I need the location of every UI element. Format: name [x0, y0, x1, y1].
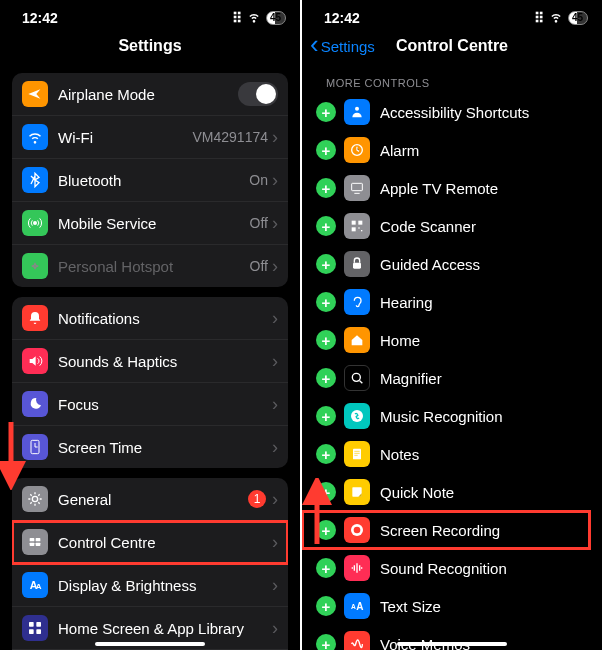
settings-group-connectivity: Airplane ModeWi-FiVM4291174›BluetoothOn›…	[12, 73, 288, 287]
settings-row-focus[interactable]: Focus›	[12, 383, 288, 426]
control-row-shazam[interactable]: +Music Recognition	[302, 397, 590, 435]
status-indicators: ⠿ 45	[232, 8, 286, 27]
row-label: Display & Brightness	[58, 577, 272, 594]
add-button[interactable]: +	[316, 292, 336, 312]
control-label: Notes	[380, 446, 580, 463]
lock-icon	[344, 251, 370, 277]
sounds-icon	[22, 348, 48, 374]
row-label: General	[58, 491, 248, 508]
toggle-switch[interactable]	[238, 82, 278, 106]
settings-row-mobile[interactable]: Mobile ServiceOff›	[12, 202, 288, 245]
svg-point-2	[32, 496, 37, 501]
settings-row-screent[interactable]: Screen Time›	[12, 426, 288, 468]
home-indicator	[397, 642, 507, 646]
add-button[interactable]: +	[316, 330, 336, 350]
chevron-right-icon: ›	[272, 171, 278, 189]
status-time: 12:42	[22, 10, 58, 26]
add-button[interactable]: +	[316, 102, 336, 122]
control-row-ear[interactable]: +Hearing	[302, 283, 590, 321]
shazam-icon	[344, 403, 370, 429]
control-row-text[interactable]: +AAText Size	[302, 587, 590, 625]
settings-row-airplane[interactable]: Airplane Mode	[12, 73, 288, 116]
control-row-wave[interactable]: +Sound Recognition	[302, 549, 590, 587]
row-value: Off	[250, 258, 268, 274]
chevron-right-icon: ›	[272, 214, 278, 232]
svg-rect-12	[36, 629, 41, 634]
chevron-right-icon: ›	[272, 490, 278, 508]
control-row-mag[interactable]: +Magnifier	[302, 359, 590, 397]
cc-icon	[22, 529, 48, 555]
tv-icon	[344, 175, 370, 201]
voice-icon	[344, 631, 370, 650]
add-button[interactable]: +	[316, 178, 336, 198]
settings-row-bt[interactable]: BluetoothOn›	[12, 159, 288, 202]
control-label: Quick Note	[380, 484, 580, 501]
wifi-icon	[22, 124, 48, 150]
add-button[interactable]: +	[316, 254, 336, 274]
add-button[interactable]: +	[316, 444, 336, 464]
add-button[interactable]: +	[316, 520, 336, 540]
chevron-right-icon: ›	[272, 395, 278, 413]
add-button[interactable]: +	[316, 596, 336, 616]
control-row-person[interactable]: +Accessibility Shortcuts	[302, 93, 590, 131]
chevron-right-icon: ›	[272, 309, 278, 327]
add-button[interactable]: +	[316, 558, 336, 578]
row-label: Airplane Mode	[58, 86, 238, 103]
svg-rect-18	[352, 221, 356, 225]
text-icon: AA	[344, 593, 370, 619]
add-button[interactable]: +	[316, 140, 336, 160]
settings-row-hotspot[interactable]: Personal HotspotOff›	[12, 245, 288, 287]
nav-bar: Settings Control Centre	[302, 29, 602, 63]
clock-icon	[344, 137, 370, 163]
settings-row-general[interactable]: General1›	[12, 478, 288, 521]
svg-point-15	[355, 107, 359, 111]
settings-row-display[interactable]: AADisplay & Brightness›	[12, 564, 288, 607]
airplane-icon	[22, 81, 48, 107]
add-button[interactable]: +	[316, 482, 336, 502]
control-row-tv[interactable]: +Apple TV Remote	[302, 169, 590, 207]
svg-rect-4	[36, 538, 41, 541]
settings-row-sounds[interactable]: Sounds & Haptics›	[12, 340, 288, 383]
add-button[interactable]: +	[316, 216, 336, 236]
back-button[interactable]: Settings	[310, 38, 375, 55]
svg-text:A: A	[351, 603, 356, 610]
house-icon	[344, 327, 370, 353]
control-row-voice[interactable]: +Voice Memos	[302, 625, 590, 650]
control-label: Guided Access	[380, 256, 580, 273]
row-label: Mobile Service	[58, 215, 250, 232]
control-row-record[interactable]: +Screen Recording	[302, 511, 590, 549]
settings-row-wifi[interactable]: Wi-FiVM4291174›	[12, 116, 288, 159]
control-row-note[interactable]: +Notes	[302, 435, 590, 473]
control-row-house[interactable]: +Home	[302, 321, 590, 359]
settings-row-notif[interactable]: Notifications›	[12, 297, 288, 340]
add-button[interactable]: +	[316, 634, 336, 650]
svg-rect-11	[29, 629, 34, 634]
ear-icon	[344, 289, 370, 315]
chevron-right-icon: ›	[272, 576, 278, 594]
row-value: Off	[250, 215, 268, 231]
control-label: Magnifier	[380, 370, 580, 387]
control-row-clock[interactable]: +Alarm	[302, 131, 590, 169]
control-row-qnote[interactable]: +Quick Note	[302, 473, 590, 511]
control-row-lock[interactable]: +Guided Access	[302, 245, 590, 283]
svg-rect-17	[352, 183, 363, 190]
control-centre-screen: 12:42 ⠿ 45 Settings Control Centre More …	[302, 0, 602, 650]
svg-rect-6	[36, 543, 41, 546]
control-label: Screen Recording	[380, 522, 580, 539]
control-label: Accessibility Shortcuts	[380, 104, 580, 121]
bt-icon	[22, 167, 48, 193]
control-row-qr[interactable]: +Code Scanner	[302, 207, 590, 245]
svg-rect-10	[36, 622, 41, 627]
add-button[interactable]: +	[316, 406, 336, 426]
battery-indicator: 45	[266, 11, 286, 25]
row-label: Screen Time	[58, 439, 272, 456]
notif-icon	[22, 305, 48, 331]
svg-rect-20	[352, 227, 356, 231]
page-title: Settings	[118, 37, 181, 55]
status-bar: 12:42 ⠿ 45	[302, 0, 602, 29]
add-button[interactable]: +	[316, 368, 336, 388]
chevron-right-icon: ›	[272, 533, 278, 551]
settings-row-cc[interactable]: Control Centre›	[12, 521, 288, 564]
wave-icon	[344, 555, 370, 581]
row-value: VM4291174	[192, 129, 268, 145]
